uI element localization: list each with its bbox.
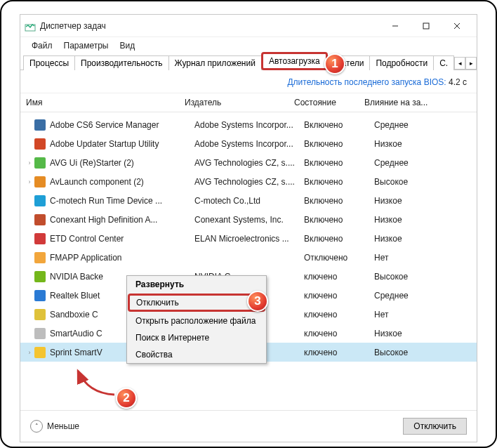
- close-button[interactable]: [442, 16, 472, 36]
- menu-view[interactable]: Вид: [114, 39, 140, 53]
- table-row[interactable]: ›AvLaunch component (2)AVG Technologies …: [20, 172, 477, 191]
- table-row[interactable]: FMAPP ApplicationОтключеноНет: [20, 248, 477, 267]
- expand-caret-icon[interactable]: ›: [26, 349, 33, 356]
- app-icon: [34, 233, 46, 244]
- tab-scroll: ◂ ▸: [454, 57, 477, 70]
- ctx-disable[interactable]: Отключить: [128, 294, 265, 312]
- cell-status: ключено: [304, 310, 374, 319]
- bios-value: 4.2 с: [449, 77, 467, 87]
- app-icon: [34, 138, 46, 150]
- menu-options[interactable]: Параметры: [58, 39, 114, 53]
- fewer-details-button[interactable]: ˄ Меньше: [30, 420, 79, 433]
- cell-impact: Низкое: [374, 139, 458, 149]
- bios-info: Длительность последнего запуска BIOS: 4.…: [20, 70, 477, 93]
- cell-publisher: ELAN Microelectronics ...: [194, 234, 304, 244]
- app-icon: [34, 347, 46, 358]
- tab-performance[interactable]: Производительность: [74, 55, 168, 70]
- table-row[interactable]: ETD Control CenterELAN Microelectronics …: [20, 229, 477, 248]
- table-row[interactable]: Adobe Updater Startup UtilityAdobe Syste…: [20, 134, 477, 153]
- chevron-up-icon: ˄: [30, 420, 43, 433]
- header-name[interactable]: Имя: [20, 93, 179, 112]
- tab-services-partial[interactable]: С.: [433, 55, 454, 70]
- tab-startup[interactable]: Автозагрузка: [261, 52, 328, 70]
- cell-status: Отключено: [304, 253, 374, 263]
- tab-details[interactable]: Подробности: [369, 55, 434, 70]
- svg-rect-2: [423, 23, 429, 29]
- app-icon: [34, 214, 46, 225]
- cell-publisher: Adobe Systems Incorpor...: [194, 139, 304, 149]
- maximize-button[interactable]: [411, 16, 442, 36]
- context-menu: Развернуть Отключить Открыть расположени…: [126, 275, 267, 364]
- cell-status: ключено: [304, 272, 374, 282]
- column-headers: Имя Издатель Состояние Влияние на за...: [20, 93, 477, 112]
- header-status[interactable]: Состояние: [289, 93, 359, 112]
- app-icon: [34, 290, 46, 301]
- expand-caret-icon[interactable]: ›: [26, 159, 33, 166]
- cell-status: Включено: [304, 120, 374, 130]
- minimize-button[interactable]: [380, 16, 411, 36]
- cell-publisher: AVG Technologies CZ, s....: [194, 158, 304, 168]
- titlebar: Диспетчер задач: [20, 15, 477, 37]
- table-row[interactable]: ›AVG Ui (Re)Starter (2)AVG Technologies …: [20, 153, 477, 172]
- cell-status: Включено: [304, 177, 374, 187]
- step-badge-1: 1: [324, 53, 345, 74]
- tab-bar: Процессы Производительность Журнал прило…: [20, 54, 477, 70]
- cell-publisher: AVG Technologies CZ, s....: [194, 177, 304, 187]
- cell-impact: Среднее: [374, 158, 458, 168]
- cell-name: ETD Control Center: [50, 234, 194, 244]
- cell-status: ключено: [304, 291, 374, 301]
- app-icon: [34, 309, 46, 320]
- cell-impact: Низкое: [374, 215, 458, 225]
- cell-impact: Низкое: [374, 329, 458, 338]
- tab-app-history[interactable]: Журнал приложений: [168, 55, 262, 70]
- window-title: Диспетчер задач: [40, 21, 380, 31]
- table-row[interactable]: Conexant High Definition A...Conexant Sy…: [20, 210, 477, 229]
- cell-name: Conexant High Definition A...: [50, 215, 194, 225]
- tab-scroll-left[interactable]: ◂: [454, 57, 465, 70]
- cell-name: Adobe Updater Startup Utility: [50, 139, 194, 149]
- cell-publisher: C-motech Co.,Ltd: [194, 196, 304, 206]
- expand-caret-icon[interactable]: ›: [26, 178, 33, 185]
- header-impact[interactable]: Влияние на за...: [359, 93, 443, 112]
- cell-status: Включено: [304, 158, 374, 168]
- cell-impact: Среднее: [374, 291, 458, 301]
- step-badge-3: 3: [247, 291, 268, 312]
- app-icon: [34, 271, 46, 282]
- cell-status: Включено: [304, 215, 374, 225]
- app-icon: [34, 119, 46, 131]
- fewer-details-label: Меньше: [47, 421, 79, 431]
- app-icon: [34, 157, 46, 169]
- app-icon: [34, 195, 46, 206]
- app-icon: [34, 252, 46, 263]
- table-row[interactable]: C-motech Run Time Device ...C-motech Co.…: [20, 191, 477, 210]
- cell-status: ключено: [304, 329, 374, 338]
- cell-impact: Низкое: [374, 196, 458, 206]
- cell-impact: Высокое: [374, 272, 458, 282]
- ctx-search-online[interactable]: Поиск в Интернете: [127, 329, 266, 346]
- cell-impact: Низкое: [374, 234, 458, 244]
- cell-name: Adobe CS6 Service Manager: [50, 120, 194, 130]
- cell-impact: Среднее: [374, 120, 458, 130]
- bios-label: Длительность последнего запуска BIOS:: [287, 77, 446, 87]
- cell-status: ключено: [304, 348, 374, 357]
- disable-button[interactable]: Отключить: [403, 418, 467, 435]
- menubar: Файл Параметры Вид: [20, 37, 477, 54]
- table-row[interactable]: Adobe CS6 Service ManagerAdobe Systems I…: [20, 115, 477, 134]
- ctx-properties[interactable]: Свойства: [127, 346, 266, 363]
- cell-name: C-motech Run Time Device ...: [50, 196, 194, 206]
- cell-status: Включено: [304, 234, 374, 244]
- menu-file[interactable]: Файл: [26, 39, 58, 53]
- cell-status: Включено: [304, 196, 374, 206]
- ctx-open-location[interactable]: Открыть расположение файла: [127, 312, 266, 329]
- cell-impact: Высокое: [374, 348, 458, 357]
- header-publisher[interactable]: Издатель: [179, 93, 289, 112]
- tab-processes[interactable]: Процессы: [23, 55, 75, 70]
- ctx-expand[interactable]: Развернуть: [127, 276, 266, 293]
- tab-scroll-right[interactable]: ▸: [465, 57, 477, 70]
- app-icon: [34, 328, 46, 339]
- footer: ˄ Меньше Отключить: [20, 410, 477, 442]
- cell-impact: Нет: [374, 253, 458, 263]
- cell-status: Включено: [304, 139, 374, 149]
- cell-publisher: Adobe Systems Incorpor...: [194, 120, 304, 130]
- app-icon: [34, 176, 46, 187]
